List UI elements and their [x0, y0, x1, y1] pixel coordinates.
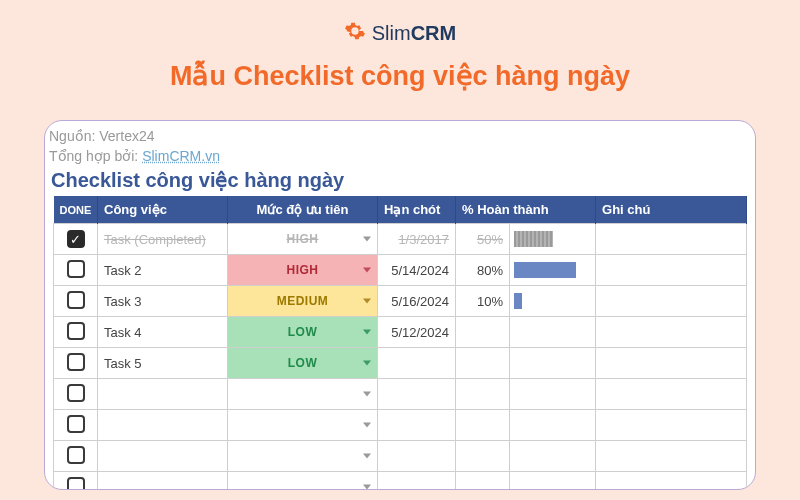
pct-cell[interactable]: [456, 348, 510, 379]
priority-cell[interactable]: LOW: [228, 348, 378, 379]
table-row: Task 5LOW: [54, 348, 747, 379]
notes-cell[interactable]: [596, 410, 747, 441]
source-line: Nguồn: Vertex24: [49, 127, 747, 147]
col-done: DONE: [54, 196, 98, 224]
task-cell[interactable]: [98, 379, 228, 410]
col-priority: Mức độ ưu tiên: [228, 196, 378, 224]
priority-cell[interactable]: HIGH: [228, 255, 378, 286]
task-cell[interactable]: [98, 410, 228, 441]
task-name: Task (Completed): [104, 232, 206, 247]
chevron-down-icon: [363, 485, 371, 490]
pct-cell[interactable]: 80%: [456, 255, 510, 286]
priority-label: HIGH: [287, 263, 319, 277]
page-title: Mẫu Checklist công việc hàng ngày: [0, 60, 800, 92]
task-cell[interactable]: [98, 441, 228, 472]
due-cell[interactable]: 1/3/2017: [378, 224, 456, 255]
priority-label: LOW: [288, 356, 318, 370]
task-cell[interactable]: Task 2: [98, 255, 228, 286]
due-cell[interactable]: [378, 348, 456, 379]
table-row: [54, 441, 747, 472]
gear-icon: [344, 20, 366, 46]
task-cell[interactable]: Task 4: [98, 317, 228, 348]
due-date: 1/3/2017: [398, 232, 449, 247]
progress-bar-cell: [510, 317, 596, 348]
pct-cell[interactable]: 10%: [456, 286, 510, 317]
task-cell[interactable]: Task (Completed): [98, 224, 228, 255]
chevron-down-icon: [363, 299, 371, 304]
compiled-by-label: Tổng hợp bởi:: [49, 148, 138, 164]
task-cell[interactable]: Task 5: [98, 348, 228, 379]
pct-cell[interactable]: [456, 441, 510, 472]
done-checkbox[interactable]: [67, 415, 85, 433]
priority-label: HIGH: [287, 232, 319, 246]
chevron-down-icon: [363, 454, 371, 459]
due-cell[interactable]: 5/14/2024: [378, 255, 456, 286]
source-label: Nguồn:: [49, 128, 95, 144]
done-checkbox[interactable]: [67, 322, 85, 340]
done-checkbox[interactable]: [67, 446, 85, 464]
priority-label: LOW: [288, 325, 318, 339]
priority-cell[interactable]: [228, 410, 378, 441]
task-cell[interactable]: [98, 472, 228, 490]
chevron-down-icon: [363, 423, 371, 428]
notes-cell[interactable]: [596, 224, 747, 255]
priority-cell[interactable]: [228, 472, 378, 490]
task-name: Task 3: [104, 294, 142, 309]
chevron-down-icon: [363, 330, 371, 335]
pct-cell[interactable]: [456, 410, 510, 441]
notes-cell[interactable]: [596, 286, 747, 317]
due-cell[interactable]: 5/12/2024: [378, 317, 456, 348]
col-due: Hạn chót: [378, 196, 456, 224]
notes-cell[interactable]: [596, 472, 747, 490]
progress-bar: [514, 262, 576, 278]
priority-cell[interactable]: LOW: [228, 317, 378, 348]
priority-cell[interactable]: [228, 379, 378, 410]
compiled-by-line: Tổng hợp bởi: SlimCRM.vn: [49, 147, 747, 167]
progress-bar-cell: [510, 379, 596, 410]
due-cell[interactable]: [378, 379, 456, 410]
notes-cell[interactable]: [596, 317, 747, 348]
source-value: Vertex24: [99, 128, 154, 144]
pct-value: 10%: [477, 294, 503, 309]
spreadsheet-frame: Nguồn: Vertex24 Tổng hợp bởi: SlimCRM.vn…: [44, 120, 756, 490]
notes-cell[interactable]: [596, 255, 747, 286]
priority-cell[interactable]: HIGH: [228, 224, 378, 255]
due-cell[interactable]: [378, 441, 456, 472]
notes-cell[interactable]: [596, 441, 747, 472]
due-cell[interactable]: [378, 410, 456, 441]
table-row: Task 2HIGH5/14/202480%: [54, 255, 747, 286]
progress-bar-cell: [510, 255, 596, 286]
chevron-down-icon: [363, 268, 371, 273]
sheet-title: Checklist công việc hàng ngày: [51, 168, 747, 192]
due-date: 5/14/2024: [391, 263, 449, 278]
pct-value: 50%: [477, 232, 503, 247]
task-name: Task 2: [104, 263, 142, 278]
due-cell[interactable]: 5/16/2024: [378, 286, 456, 317]
pct-cell[interactable]: [456, 472, 510, 490]
due-cell[interactable]: [378, 472, 456, 490]
table-row: [54, 410, 747, 441]
done-checkbox[interactable]: [67, 477, 85, 490]
priority-cell[interactable]: MEDIUM: [228, 286, 378, 317]
done-checkbox[interactable]: [67, 353, 85, 371]
brand-name-bold: CRM: [411, 22, 457, 44]
progress-bar-cell: [510, 348, 596, 379]
done-checkbox[interactable]: [67, 230, 85, 248]
done-checkbox[interactable]: [67, 260, 85, 278]
task-cell[interactable]: Task 3: [98, 286, 228, 317]
progress-bar-cell: [510, 286, 596, 317]
table-row: [54, 379, 747, 410]
notes-cell[interactable]: [596, 348, 747, 379]
pct-cell[interactable]: [456, 317, 510, 348]
pct-cell[interactable]: 50%: [456, 224, 510, 255]
chevron-down-icon: [363, 392, 371, 397]
table-row: Task (Completed)HIGH1/3/201750%: [54, 224, 747, 255]
done-checkbox[interactable]: [67, 291, 85, 309]
compiled-by-link[interactable]: SlimCRM.vn: [142, 148, 220, 164]
done-checkbox[interactable]: [67, 384, 85, 402]
pct-cell[interactable]: [456, 379, 510, 410]
table-header-row: DONE Công việc Mức độ ưu tiên Hạn chót %…: [54, 196, 747, 224]
col-notes: Ghi chú: [596, 196, 747, 224]
priority-cell[interactable]: [228, 441, 378, 472]
notes-cell[interactable]: [596, 379, 747, 410]
